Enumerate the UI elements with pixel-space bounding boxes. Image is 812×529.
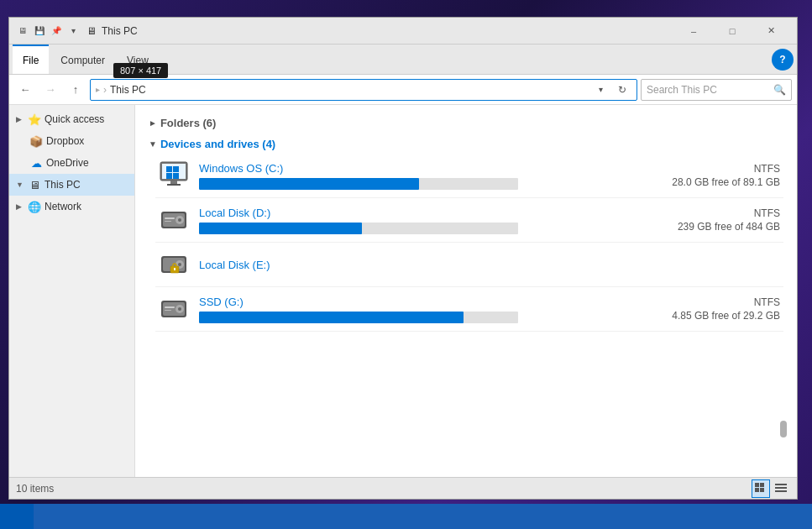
devices-chevron-icon: ▼	[149, 139, 157, 149]
sidebar-item-quick-access[interactable]: ▶ ⭐ Quick access	[9, 108, 134, 130]
drive-e-info: Local Disk (E:)	[199, 259, 652, 271]
drive-e-name: Local Disk (E:)	[199, 259, 652, 271]
address-separator: ›	[103, 84, 107, 96]
drive-d-progress-bar	[199, 223, 518, 234]
scrollbar-thumb[interactable]	[780, 421, 787, 437]
folders-section-title: Folders (6)	[160, 117, 216, 129]
drive-c-progress-fill	[199, 178, 419, 190]
view-list-button[interactable]	[772, 479, 790, 498]
drive-d-meta: NTFS 239 GB free of 484 GB	[663, 207, 780, 233]
folders-chevron-icon: ►	[149, 118, 157, 128]
tab-computer[interactable]: Computer	[50, 45, 115, 74]
main-area: ▶ ⭐ Quick access 📦 Dropbox ☁ OneDrive ▼ …	[9, 105, 797, 477]
start-button-area[interactable]	[0, 504, 34, 529]
drive-c-name: Windows OS (C:)	[199, 162, 652, 175]
tab-file[interactable]: File	[13, 45, 49, 74]
svg-rect-30	[760, 488, 764, 492]
drive-item-g[interactable]: SSD (G:) NTFS 4.85 GB free of 29.2 GB	[155, 287, 783, 332]
view-grid-button[interactable]	[752, 479, 770, 498]
svg-rect-6	[170, 181, 177, 184]
svg-rect-29	[755, 488, 759, 492]
taskbar	[0, 504, 812, 529]
svg-rect-28	[760, 483, 764, 487]
dropbox-label: Dropbox	[46, 135, 84, 147]
drive-c-meta: NTFS 28.0 GB free of 89.1 GB	[663, 163, 780, 188]
sidebar-item-onedrive[interactable]: ☁ OneDrive	[9, 152, 134, 174]
svg-rect-2	[166, 166, 172, 172]
drive-d-info: Local Disk (D:)	[199, 207, 652, 234]
forward-button[interactable]: →	[39, 79, 61, 101]
sidebar-item-network[interactable]: ▶ 🌐 Network	[9, 196, 134, 217]
devices-section-title: Devices and drives (4)	[160, 138, 275, 150]
svg-rect-3	[173, 166, 179, 172]
dropbox-icon: 📦	[29, 134, 43, 148]
address-text: This PC	[110, 84, 146, 96]
drive-g-progress-bar	[199, 312, 518, 323]
onedrive-label: OneDrive	[46, 157, 89, 169]
svg-point-17	[178, 263, 181, 266]
drive-c-space: 28.0 GB free of 89.1 GB	[672, 176, 780, 188]
svg-rect-25	[165, 306, 175, 308]
search-bar[interactable]: Search This PC 🔍	[641, 79, 792, 101]
status-view-icons	[752, 479, 790, 498]
nav-bar: ← → ↑ ▸ › This PC ▾ ↻ Search This PC 🔍	[9, 75, 797, 105]
address-bar[interactable]: ▸ › This PC ▾ ↻	[90, 79, 637, 101]
window-controls: – □ ✕	[674, 18, 790, 45]
drive-item-d[interactable]: Local Disk (D:) NTFS 239 GB free of 484 …	[155, 198, 783, 243]
svg-point-24	[178, 307, 181, 311]
drive-c-info: Windows OS (C:)	[199, 162, 652, 190]
tab-file-label: File	[23, 55, 39, 66]
network-chevron-icon: ▶	[16, 202, 24, 211]
drive-c-progress-bar	[199, 178, 518, 190]
drive-c-filesystem: NTFS	[754, 163, 780, 175]
tooltip-text: 807 × 417	[120, 65, 161, 76]
sidebar-item-this-pc[interactable]: ▼ 🖥 This PC	[9, 174, 134, 196]
up-button[interactable]: ↑	[65, 79, 86, 101]
back-button[interactable]: ←	[14, 79, 36, 101]
svg-rect-26	[165, 310, 171, 311]
drive-g-meta: NTFS 4.85 GB free of 29.2 GB	[663, 296, 780, 322]
quick-access-chevron-icon: ▶	[16, 115, 24, 123]
title-text: This PC	[102, 25, 138, 37]
floppy-icon: 💾	[33, 24, 46, 38]
pin-icon: 📌	[50, 24, 63, 38]
drive-g-progress-fill	[199, 312, 464, 323]
help-icon: ?	[779, 54, 785, 65]
dropdown-arrow-icon[interactable]: ▾	[66, 24, 80, 38]
sidebar-item-dropbox[interactable]: 📦 Dropbox	[9, 130, 134, 152]
title-icon: 🖥	[86, 25, 97, 37]
svg-rect-7	[167, 184, 181, 186]
drive-item-e[interactable]: Local Disk (E:)	[155, 243, 783, 287]
this-pc-chevron-icon: ▼	[16, 181, 24, 189]
devices-section-header[interactable]: ▼ Devices and drives (4)	[149, 133, 783, 154]
svg-rect-27	[755, 483, 759, 487]
address-dropdown-button[interactable]: ▾	[591, 81, 610, 99]
close-button[interactable]: ✕	[752, 18, 790, 45]
sidebar: ▶ ⭐ Quick access 📦 Dropbox ☁ OneDrive ▼ …	[9, 105, 135, 477]
svg-rect-5	[173, 173, 179, 179]
quick-access-icon: ⭐	[28, 113, 41, 126]
drive-d-progress-fill	[199, 223, 362, 234]
maximize-button[interactable]: □	[713, 18, 752, 45]
drive-g-space: 4.85 GB free of 29.2 GB	[672, 310, 780, 322]
title-bar: 🖥 💾 📌 ▾ 🖥 This PC 807 × 417 – □ ✕	[9, 18, 797, 45]
file-explorer-window: 🖥 💾 📌 ▾ 🖥 This PC 807 × 417 – □ ✕ File C…	[8, 17, 798, 500]
folders-section-header[interactable]: ► Folders (6)	[149, 112, 783, 133]
search-icon: 🔍	[773, 84, 786, 96]
onedrive-icon: ☁	[29, 156, 43, 170]
svg-rect-32	[775, 487, 787, 489]
drive-item-c[interactable]: Windows OS (C:) NTFS 28.0 GB free of 89.…	[155, 154, 783, 198]
address-path: ▸ › This PC	[96, 84, 588, 96]
address-chevron-icon: ▸	[96, 85, 100, 94]
help-button[interactable]: ?	[772, 49, 794, 71]
svg-rect-31	[775, 484, 787, 485]
refresh-button[interactable]: ↻	[613, 81, 631, 99]
tab-computer-label: Computer	[60, 55, 105, 66]
drive-d-icon	[159, 205, 189, 235]
drive-g-info: SSD (G:)	[199, 296, 652, 323]
window-title: 🖥 This PC	[86, 25, 674, 37]
size-tooltip: 807 × 417	[113, 63, 168, 78]
svg-rect-12	[165, 217, 175, 219]
minimize-button[interactable]: –	[674, 18, 713, 45]
drive-list: Windows OS (C:) NTFS 28.0 GB free of 89.…	[149, 154, 783, 332]
